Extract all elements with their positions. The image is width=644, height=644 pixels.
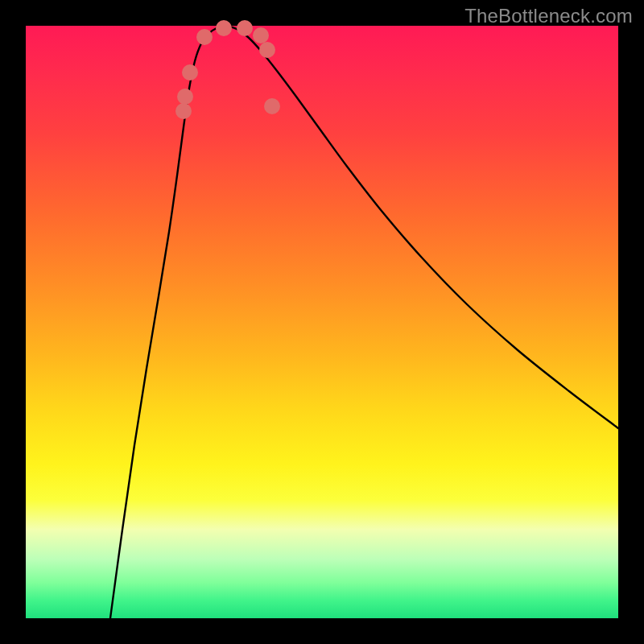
marker-dot [264,98,280,114]
curve-left [110,26,227,618]
marker-dot [259,42,275,58]
marker-dot [253,27,269,43]
marker-dot [216,20,232,36]
curve-right [227,26,618,428]
marker-dot [177,89,193,105]
marker-group [175,20,280,119]
marker-dot [182,64,198,80]
marker-dot [237,20,253,36]
watermark-label: TheBottleneck.com [464,5,633,27]
marker-dot [196,29,213,45]
chart-frame: TheBottleneck.com [0,0,644,644]
marker-dot [175,103,192,119]
curves-svg [26,26,618,618]
